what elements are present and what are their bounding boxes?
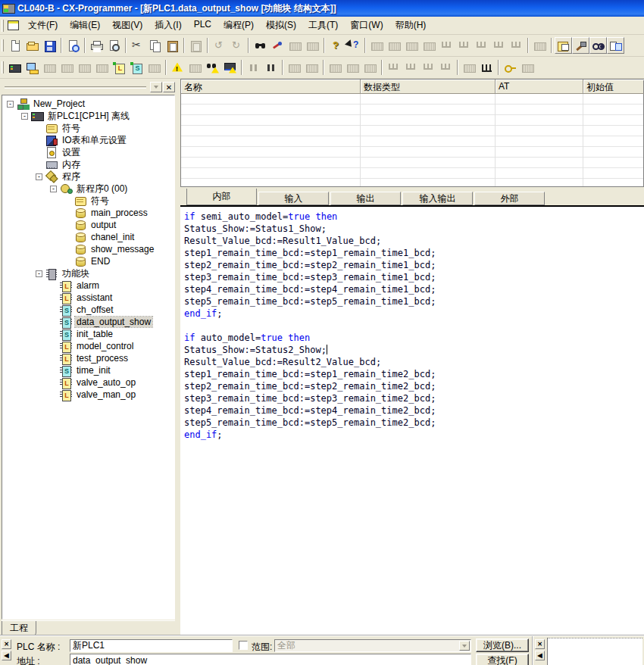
- variable-table-body[interactable]: [181, 94, 643, 186]
- copy-button[interactable]: [146, 37, 164, 54]
- var-tab-input[interactable]: 输入: [258, 192, 329, 205]
- menubar-grip[interactable]: [2, 20, 4, 32]
- fbs-icon: [60, 317, 73, 328]
- new-st-fb-button[interactable]: [128, 59, 145, 76]
- toggle-output-window-button[interactable]: [572, 37, 589, 54]
- paste-button[interactable]: [164, 37, 181, 54]
- print-preview-button[interactable]: [105, 37, 123, 54]
- tree-item-fb-time-init[interactable]: time_init: [2, 364, 174, 376]
- tree-item-programs[interactable]: 程序: [2, 170, 174, 183]
- menu-window[interactable]: 窗口(W): [344, 17, 389, 33]
- dock-menu-button[interactable]: [150, 82, 162, 92]
- column-header-initial-value[interactable]: 初始值: [583, 80, 644, 94]
- new-ladder-fb-button[interactable]: [111, 59, 128, 76]
- cut-button[interactable]: [129, 37, 146, 54]
- browse-button[interactable]: 浏览(B)...: [476, 638, 529, 652]
- set-password-button[interactable]: [502, 59, 519, 76]
- var-tab-input-output[interactable]: 输入输出: [402, 192, 473, 205]
- new-button[interactable]: [6, 37, 23, 54]
- print-button[interactable]: [88, 37, 105, 54]
- open-button[interactable]: [23, 37, 41, 54]
- help-button[interactable]: [327, 37, 345, 54]
- menu-edit[interactable]: 编辑(E): [64, 17, 106, 33]
- tree-item-fb-valve-auto-op[interactable]: valve_auto_op: [2, 376, 174, 389]
- expand-minus-icon[interactable]: [7, 101, 14, 108]
- print-setup-button[interactable]: [64, 37, 82, 54]
- toggle-cross-reference-button[interactable]: [607, 37, 624, 54]
- address-bar-close-button[interactable]: ✕: [2, 639, 11, 649]
- transfer-check-button[interactable]: [221, 59, 239, 76]
- output-pane-collapse-button[interactable]: ◀: [535, 651, 545, 660]
- menu-tools[interactable]: 工具(T): [302, 17, 344, 33]
- tree-item-fb-alarm[interactable]: alarm: [2, 279, 174, 292]
- plc-device-type-button[interactable]: [6, 59, 23, 76]
- st-code-editor[interactable]: if semi_auto_model=true thenStatus_Show:…: [180, 205, 644, 635]
- child-window-icon[interactable]: [8, 20, 19, 30]
- tree-item-settings[interactable]: 设置: [2, 146, 174, 158]
- tree-item-fb-model-control[interactable]: model_control: [2, 340, 174, 352]
- tree-item-show-message[interactable]: show_message: [2, 243, 174, 255]
- menu-view[interactable]: 视图(V): [106, 17, 148, 33]
- menu-insert[interactable]: 插入(I): [148, 17, 187, 33]
- tree-item-io-table[interactable]: IO表和单元设置: [2, 134, 174, 146]
- column-header-at[interactable]: AT: [496, 80, 583, 94]
- var-tab-internal[interactable]: 内部: [186, 189, 257, 205]
- menu-program[interactable]: 编程(P): [217, 17, 260, 33]
- instruction-4-button: [490, 37, 508, 54]
- scope-checkbox[interactable]: [239, 641, 248, 650]
- time-chart-monitor-button[interactable]: [478, 59, 496, 76]
- tree-item-fb-assistant[interactable]: assistant: [2, 292, 174, 304]
- address-bar-collapse-button[interactable]: ◀: [2, 651, 11, 660]
- replace-button[interactable]: [269, 37, 286, 54]
- chevron-down-icon[interactable]: [459, 641, 470, 651]
- plc-name-input[interactable]: [70, 639, 233, 652]
- menu-plc[interactable]: PLC: [188, 17, 217, 33]
- project-tree[interactable]: New_Project新PLC1[CP1H] 离线符号IO表和单元设置设置内存程…: [2, 95, 175, 620]
- work-online-button[interactable]: [23, 59, 41, 76]
- find-compile-error-button[interactable]: [204, 59, 221, 76]
- find-button[interactable]: [252, 37, 269, 54]
- tree-item-fb-valve-man-op[interactable]: valve_man_op: [2, 389, 174, 401]
- output-pane-content[interactable]: [547, 638, 642, 665]
- column-header-data-type[interactable]: 数据类型: [361, 80, 496, 94]
- close-icon: ✕: [4, 641, 9, 648]
- toggle-watch-window-button[interactable]: [589, 37, 607, 54]
- tree-item-fb-init-table[interactable]: init_table: [2, 328, 174, 340]
- compile-button[interactable]: [169, 59, 186, 76]
- menu-simulation[interactable]: 模拟(S): [260, 17, 302, 33]
- toggle-project-tree-button[interactable]: [555, 37, 572, 54]
- variable-table-header: 名称数据类型AT初始值: [181, 80, 643, 94]
- tree-item-fb-ch-offset[interactable]: ch_offset: [2, 304, 174, 316]
- tree-item-program0[interactable]: 新程序0 (00): [2, 183, 174, 195]
- tree-item-function-blocks[interactable]: 功能块: [2, 267, 174, 279]
- tree-item-end[interactable]: END: [2, 255, 174, 267]
- column-header-name[interactable]: 名称: [181, 80, 361, 94]
- scope-combo[interactable]: 全部: [274, 639, 471, 652]
- workspace-grip[interactable]: [5, 86, 146, 89]
- address-input[interactable]: [70, 654, 471, 665]
- tree-item-fb-test-process[interactable]: test_process: [2, 352, 174, 364]
- find-button[interactable]: 查找(F): [476, 654, 529, 665]
- menu-file[interactable]: 文件(F): [22, 17, 64, 33]
- tree-item-plc1[interactable]: 新PLC1[CP1H] 离线: [2, 110, 174, 122]
- tree-item-main-process[interactable]: main_process: [2, 207, 174, 219]
- tree-item-new-project[interactable]: New_Project: [2, 98, 174, 110]
- pause-button[interactable]: [262, 59, 280, 76]
- var-tab-output[interactable]: 输出: [330, 192, 401, 205]
- output-pane-close-button[interactable]: ✕: [535, 639, 545, 649]
- context-help-button[interactable]: [345, 37, 362, 54]
- workspace-close-button[interactable]: ✕: [163, 82, 175, 92]
- var-tab-external[interactable]: 外部: [474, 192, 545, 205]
- tree-item-chanel-init[interactable]: chanel_init: [2, 231, 174, 243]
- expand-minus-icon[interactable]: [21, 113, 28, 120]
- tree-item-symbols-global[interactable]: 符号: [2, 122, 174, 134]
- expand-minus-icon[interactable]: [36, 270, 42, 277]
- tree-item-memory[interactable]: 内存: [2, 158, 174, 170]
- tree-item-symbols-local[interactable]: 符号: [2, 195, 174, 207]
- tree-item-fb-data-output-show[interactable]: data_output_show: [2, 316, 174, 328]
- menu-help[interactable]: 帮助(H): [389, 17, 433, 33]
- tree-item-output[interactable]: output: [2, 219, 174, 231]
- expand-minus-icon[interactable]: [36, 173, 42, 180]
- save-button[interactable]: [41, 37, 58, 54]
- expand-minus-icon[interactable]: [50, 186, 57, 192]
